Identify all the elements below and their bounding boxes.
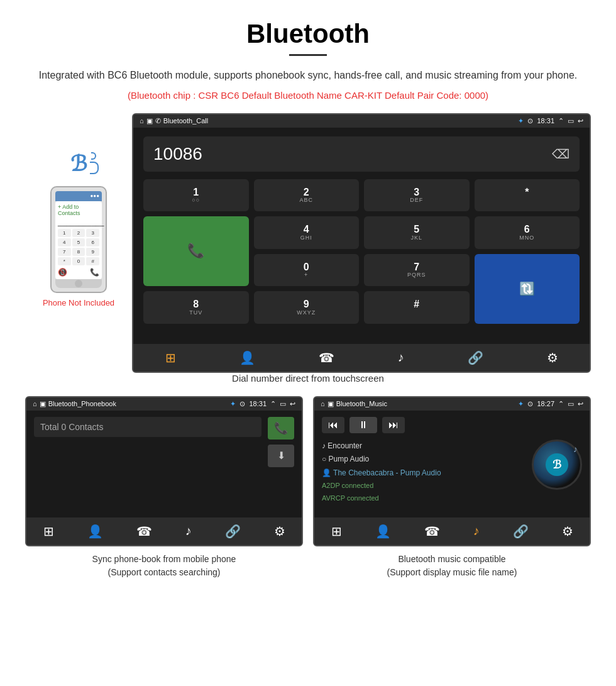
music-content: ⏮ ⏸ ⏭ ♪ Encounter ○ Pump Audio 👤 The Che… — [314, 411, 590, 511]
vinyl-disc: ℬ ♪ — [532, 440, 582, 490]
pb-nav-music[interactable]: ♪ — [185, 524, 192, 539]
nav-music[interactable]: ♪ — [398, 350, 404, 365]
key-9[interactable]: 9WXYZ — [254, 291, 360, 323]
ms-time: 18:27 — [537, 400, 554, 407]
track-3-active: 👤 The Cheebacabra - Pump Audio — [322, 467, 441, 480]
music-playback-controls: ⏮ ⏸ ⏭ — [322, 417, 582, 433]
mini-key-3[interactable]: 3 — [86, 229, 99, 237]
ms-nav-phone[interactable]: ☎ — [424, 524, 440, 539]
nav-settings[interactable]: ⚙ — [547, 350, 558, 365]
contact-list-area — [34, 467, 294, 505]
phone-status-icon: ✆ — [155, 117, 161, 125]
phonebook-content: Total 0 Contacts 📞 ⬇ — [26, 411, 302, 511]
mini-key-5[interactable]: 5 — [72, 238, 85, 246]
page-title: Bluetooth — [25, 19, 591, 49]
key-4[interactable]: 4GHI — [254, 216, 360, 248]
mini-key-8[interactable]: 8 — [72, 248, 85, 256]
music-note-icon: ♪ — [573, 444, 578, 454]
pb-bottom-nav: ⊞ 👤 ☎ ♪ 🔗 ⚙ — [26, 517, 302, 545]
phonebook-half: ⌂ ▣ Bluetooth_Phonebook ✦ ⊙ 18:31 ⌃ ▭ ↩ — [25, 396, 303, 579]
pb-app-name: Bluetooth_Phonebook — [48, 400, 116, 407]
pb-nav-phone[interactable]: ☎ — [136, 524, 152, 539]
call-button-keypad[interactable]: 📞 — [143, 216, 249, 286]
key-5[interactable]: 5JKL — [364, 216, 470, 248]
ms-signal-icon: ▣ — [327, 400, 334, 408]
phone-home-button-area — [55, 279, 102, 288]
sync-button[interactable]: 📞 — [268, 417, 294, 440]
pb-time: 18:31 — [249, 400, 267, 407]
phone-not-included-label: Phone Not Included — [43, 298, 114, 307]
phone-action-bar: 📵 📞 — [58, 268, 99, 277]
mini-key-0[interactable]: 0 — [72, 257, 85, 265]
mini-key-star[interactable]: * — [58, 257, 71, 265]
ms-screen-icon: ▭ — [568, 400, 574, 408]
vinyl-bt-icon: ℬ — [546, 453, 568, 476]
phone-mini-keypad: 1 2 3 4 5 6 7 8 9 * 0 # — [58, 229, 99, 265]
ms-nav-contacts[interactable]: 👤 — [375, 524, 391, 539]
download-button[interactable]: ⬇ — [268, 445, 294, 467]
status-right: ✦ ⊙ 18:31 ⌃ ▭ ↩ — [518, 117, 583, 125]
ms-bt-icon: ✦ — [518, 400, 524, 408]
pb-nav-link[interactable]: 🔗 — [225, 524, 241, 539]
pb-home-icon: ⌂ — [33, 400, 37, 407]
nav-phone[interactable]: ☎ — [319, 350, 334, 365]
mini-key-6[interactable]: 6 — [86, 238, 99, 246]
key-7[interactable]: 7PQRS — [364, 254, 470, 286]
play-pause-button[interactable]: ⏸ — [349, 417, 377, 433]
key-8[interactable]: 8TUV — [143, 291, 249, 323]
key-3[interactable]: 3DEF — [364, 179, 470, 211]
next-button[interactable]: ⏭ — [382, 417, 405, 433]
key-star[interactable]: * — [475, 179, 580, 211]
bluetooth-status-icon: ✦ — [518, 117, 524, 125]
music-screen: ⌂ ▣ Bluetooth_Music ✦ ⊙ 18:27 ⌃ ▭ ↩ ⏮ ⏸ — [313, 396, 591, 546]
key-6[interactable]: 6MNO — [475, 216, 580, 248]
ms-expand-icon: ⌃ — [558, 400, 564, 408]
right-panel: ⌂ ▣ ✆ Bluetooth_Call ✦ ⊙ 18:31 ⌃ ▭ ↩ 100 — [132, 113, 591, 373]
mini-key-4[interactable]: 4 — [58, 238, 71, 246]
pb-status-right: ✦ ⊙ 18:31 ⌃ ▭ ↩ — [230, 400, 295, 408]
key-2[interactable]: 2ABC — [254, 179, 360, 211]
key-1[interactable]: 1○○ — [143, 179, 249, 211]
ms-nav-music[interactable]: ♪ — [473, 524, 480, 539]
prev-button[interactable]: ⏮ — [322, 417, 344, 433]
mini-key-1[interactable]: 1 — [58, 229, 71, 237]
pb-nav-contacts[interactable]: 👤 — [87, 524, 103, 539]
pb-back-icon: ↩ — [290, 400, 295, 408]
bottom-screens: ⌂ ▣ Bluetooth_Phonebook ✦ ⊙ 18:31 ⌃ ▭ ↩ — [25, 396, 591, 579]
track-1: ♪ Encounter — [322, 440, 441, 453]
mini-key-9[interactable]: 9 — [86, 248, 99, 256]
ms-nav-dialpad[interactable]: ⊞ — [331, 524, 342, 539]
ms-nav-link[interactable]: 🔗 — [513, 524, 529, 539]
bottom-nav: ⊞ 👤 ☎ ♪ 🔗 ⚙ — [133, 344, 590, 372]
title-divider — [289, 54, 327, 56]
pb-nav-settings[interactable]: ⚙ — [274, 524, 285, 539]
key-hash[interactable]: # — [364, 291, 470, 323]
back-icon: ↩ — [578, 117, 583, 125]
phone-add-contact: + Add to Contacts — [58, 204, 99, 216]
mini-key-7[interactable]: 7 — [58, 248, 71, 256]
contact-search-box[interactable]: Total 0 Contacts — [34, 417, 261, 437]
phone-home-button[interactable] — [75, 280, 82, 287]
call-screen-time: 18:31 — [537, 117, 554, 124]
key-0[interactable]: 0+ — [254, 254, 360, 286]
phonebook-caption: Sync phone-book from mobile phone (Suppo… — [25, 553, 303, 579]
wave-small — [91, 152, 96, 160]
ms-wifi-icon: ⊙ — [527, 400, 533, 408]
mini-key-2[interactable]: 2 — [72, 229, 85, 237]
nav-link[interactable]: 🔗 — [468, 350, 483, 365]
backspace-button[interactable]: ⌫ — [552, 147, 569, 162]
call-screen: ⌂ ▣ ✆ Bluetooth_Call ✦ ⊙ 18:31 ⌃ ▭ ↩ 100 — [132, 113, 591, 373]
redial-button-keypad[interactable]: 🔃 — [475, 254, 580, 324]
pb-caption-2: (Support contacts searching) — [108, 567, 221, 577]
pb-nav-dialpad[interactable]: ⊞ — [43, 524, 54, 539]
music-info-area: ♪ Encounter ○ Pump Audio 👤 The Cheebacab… — [322, 440, 582, 505]
pb-screen-icon: ▭ — [280, 400, 286, 408]
mini-key-hash[interactable]: # — [86, 257, 99, 265]
nav-dialpad[interactable]: ⊞ — [165, 350, 176, 365]
ms-nav-settings[interactable]: ⚙ — [562, 524, 573, 539]
phone-screen: + Add to Contacts ___________ 1 2 3 4 5 … — [55, 201, 102, 279]
nav-contacts[interactable]: 👤 — [239, 350, 255, 365]
music-status-bar: ⌂ ▣ Bluetooth_Music ✦ ⊙ 18:27 ⌃ ▭ ↩ — [314, 397, 590, 411]
call-content: 10086 ⌫ 1○○ 2ABC 3DEF * 📞4GHI 5JKL 6MNO … — [133, 128, 590, 338]
screen-icon: ▭ — [568, 117, 574, 125]
